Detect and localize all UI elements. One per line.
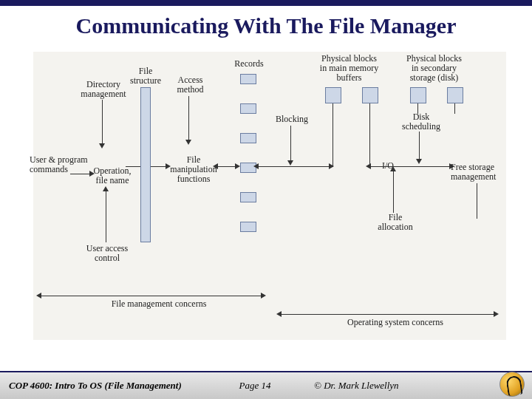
top-accent-bar xyxy=(0,0,532,6)
uac-arrow xyxy=(103,186,109,191)
slide-footer: COP 4600: Intro To OS (File Management) … xyxy=(0,371,532,399)
record-box-2 xyxy=(240,103,256,114)
diagram-area: Directorymanagement Filestructure Access… xyxy=(33,52,506,340)
ucf-logo-icon xyxy=(499,372,525,397)
label-records: Records xyxy=(227,59,271,69)
slide-title: Communicating With The File Manager xyxy=(0,13,532,38)
disk-sched-vdown xyxy=(419,132,420,160)
disk-sched-vline2 xyxy=(454,103,455,114)
hline-2 xyxy=(126,166,140,167)
label-fm-concerns: File management concerns xyxy=(85,299,233,309)
fm-concerns-line xyxy=(41,296,262,296)
footer-copyright: © Dr. Mark Llewellyn xyxy=(292,380,523,392)
hline-6-arrow-l xyxy=(366,163,371,169)
label-file-manip: Filemanipulationfunctions xyxy=(165,155,222,185)
footer-page: Page 14 xyxy=(218,380,292,392)
access-vline xyxy=(188,96,189,140)
label-blocking: Blocking xyxy=(270,115,314,124)
label-free-storage: Free storagemanagement xyxy=(451,163,510,182)
footer-course: COP 4600: Intro To OS (File Management) xyxy=(9,380,218,392)
label-user-access: User accesscontrol xyxy=(78,244,137,263)
access-arrow xyxy=(185,140,191,145)
hline-5-arrow-l xyxy=(253,163,259,169)
label-phys-sec: Physical blocksin secondarystorage (disk… xyxy=(395,54,473,83)
label-os-concerns: Operating system concerns xyxy=(329,318,462,327)
hline-4-arrow-l xyxy=(213,163,218,169)
buffer-box-1 xyxy=(325,87,341,103)
fm-concerns-al xyxy=(36,293,41,299)
uac-vline xyxy=(106,191,106,242)
fm-concerns-ar xyxy=(261,293,266,299)
os-concerns-ar xyxy=(494,311,499,317)
record-box-3 xyxy=(240,133,256,143)
hline-6 xyxy=(370,166,451,167)
file-alloc-vline xyxy=(393,170,394,213)
dir-mgmt-vline xyxy=(102,100,103,144)
disk-box-1 xyxy=(410,87,426,103)
hline-4-arrow-r xyxy=(235,163,240,169)
hline-5 xyxy=(257,166,331,167)
label-op-fname: Operation,file name xyxy=(86,166,138,185)
record-box-5 xyxy=(240,192,256,202)
buffer-box-2 xyxy=(362,87,378,103)
file-alloc-arrow xyxy=(390,166,396,171)
label-access-method: Accessmethod xyxy=(170,75,211,95)
file-structure-bar xyxy=(140,87,151,242)
label-phys-main: Physical blocksin main memorybuffers xyxy=(310,54,388,83)
dir-mgmt-arrow xyxy=(99,143,105,149)
disk-sched-arrow xyxy=(416,159,422,164)
label-disk-sched: Diskscheduling xyxy=(395,112,447,132)
label-file-alloc: Fileallocation xyxy=(369,213,421,232)
buf-vline-2 xyxy=(369,103,370,167)
label-file-structure: Filestructure xyxy=(123,66,168,86)
record-box-1 xyxy=(240,74,256,84)
os-concerns-al xyxy=(276,311,282,317)
os-concerns-line xyxy=(281,314,495,315)
record-box-6 xyxy=(240,222,256,232)
buf-vline-1 xyxy=(332,103,333,167)
disk-box-2 xyxy=(447,87,463,103)
blocking-vline xyxy=(290,126,291,161)
free-vline xyxy=(477,183,477,219)
disk-sched-vline1 xyxy=(417,103,418,114)
blocking-arrow xyxy=(287,160,293,166)
